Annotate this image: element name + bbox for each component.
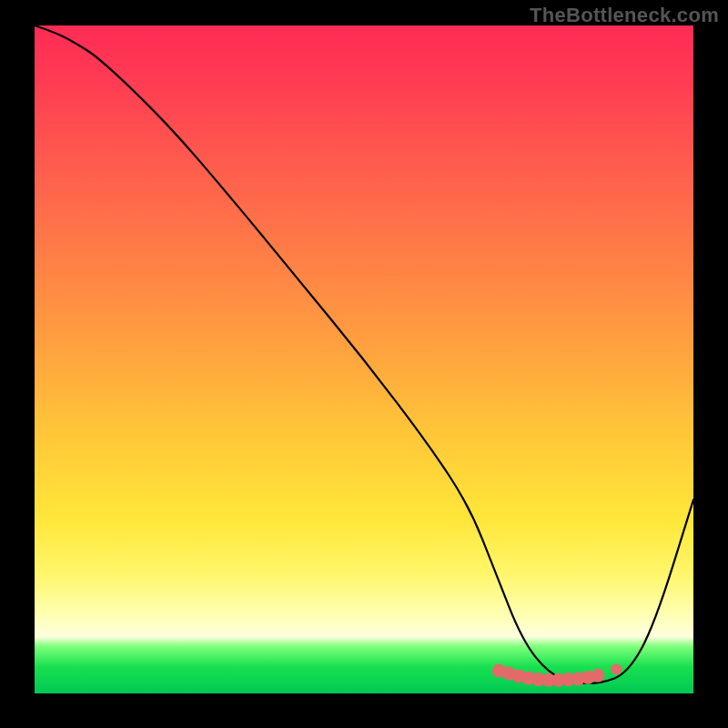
- chart-frame: TheBottleneck.com: [0, 0, 728, 728]
- optimal-range-markers: [492, 664, 622, 687]
- bottleneck-curve: [35, 25, 693, 683]
- curve-svg: [35, 25, 693, 693]
- optimal-marker: [611, 664, 622, 675]
- optimal-marker: [592, 669, 605, 682]
- plot-area: [35, 25, 693, 693]
- attribution-label: TheBottleneck.com: [530, 4, 719, 27]
